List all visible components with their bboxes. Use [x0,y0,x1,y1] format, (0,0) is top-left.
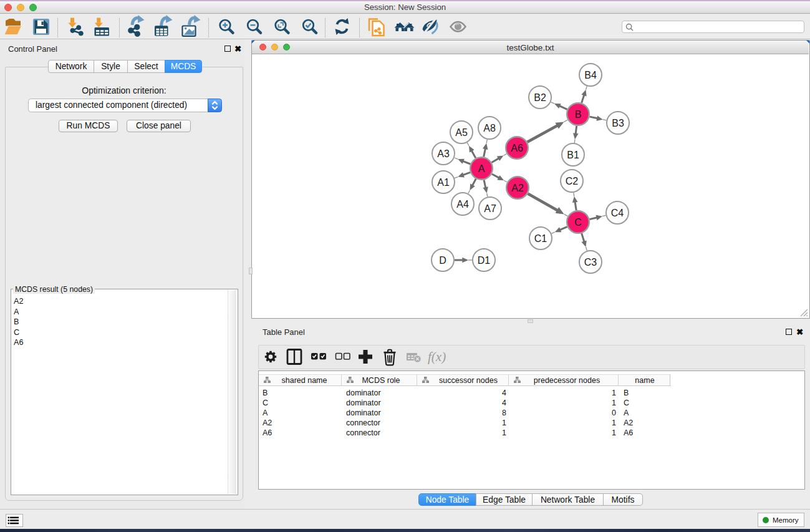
svg-text:C4: C4 [611,208,624,218]
svg-text:B: B [575,109,582,120]
svg-text:B3: B3 [612,118,624,128]
svg-text:A: A [478,163,485,174]
svg-text:A4: A4 [456,199,469,210]
svg-text:B1: B1 [567,150,579,160]
svg-text:A7: A7 [484,203,496,214]
svg-text:A6: A6 [511,143,523,153]
svg-text:MCDS role: MCDS role [362,376,400,385]
svg-text:A3: A3 [437,148,450,159]
svg-text:name: name [635,376,654,385]
svg-text:C: C [574,217,582,228]
svg-text:D1: D1 [478,255,491,266]
svg-text:C1: C1 [534,233,547,244]
svg-text:predecessor nodes: predecessor nodes [534,376,600,385]
svg-text:B2: B2 [534,92,546,103]
svg-text:A2: A2 [511,183,524,193]
svg-text:A5: A5 [455,127,468,138]
svg-text:successor nodes: successor nodes [439,376,498,385]
svg-text:shared name: shared name [282,376,327,385]
svg-text:A8: A8 [483,123,496,133]
svg-text:f(x): f(x) [428,349,446,364]
svg-text:C3: C3 [584,257,597,268]
svg-text:D: D [439,255,446,266]
svg-text:A1: A1 [437,177,450,188]
svg-text:C2: C2 [566,176,579,186]
svg-text:B4: B4 [584,70,597,80]
